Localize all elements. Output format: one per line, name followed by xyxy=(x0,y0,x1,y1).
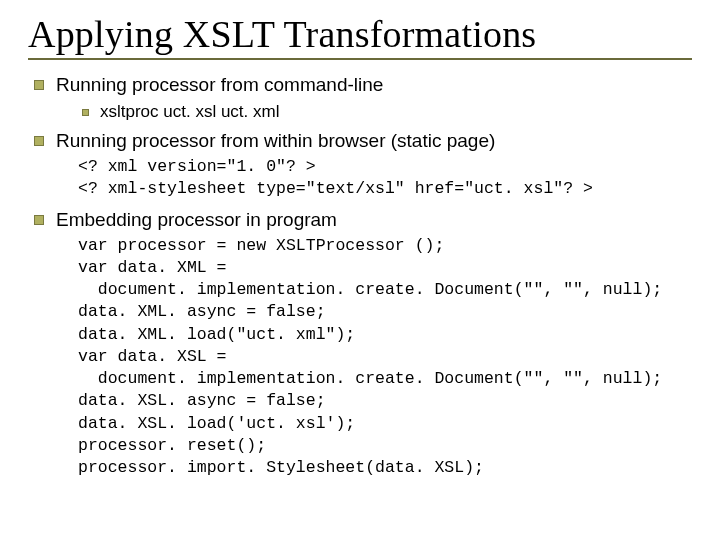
bullet-text: Embedding processor in program xyxy=(56,209,337,230)
code-line: <? xml-stylesheet type="text/xsl" href="… xyxy=(78,178,692,200)
sub-bullet-text: xsltproc uct. xsl uct. xml xyxy=(100,102,279,121)
bullet-item-embed: Embedding processor in program var proce… xyxy=(34,209,692,480)
code-line: document. implementation. create. Docume… xyxy=(78,279,692,301)
code-line: data. XML. load("uct. xml"); xyxy=(78,324,692,346)
bullet-text: Running processor from within browser (s… xyxy=(56,130,495,151)
code-line: data. XSL. load('uct. xsl'); xyxy=(78,413,692,435)
slide-title: Applying XSLT Transformations xyxy=(28,12,692,56)
code-line: processor. import. Stylesheet(data. XSL)… xyxy=(78,457,692,479)
sub-bullet-list: xsltproc uct. xsl uct. xml xyxy=(56,102,692,122)
bullet-item-browser: Running processor from within browser (s… xyxy=(34,130,692,201)
slide: Applying XSLT Transformations Running pr… xyxy=(0,0,720,540)
title-underline xyxy=(28,58,692,60)
bullet-text: Running processor from command-line xyxy=(56,74,383,95)
code-line: data. XML. async = false; xyxy=(78,301,692,323)
code-line: <? xml version="1. 0"? > xyxy=(78,156,692,178)
code-block-xml: <? xml version="1. 0"? > <? xml-styleshe… xyxy=(78,156,692,201)
sub-bullet-xsltproc: xsltproc uct. xsl uct. xml xyxy=(82,102,692,122)
bullet-list: Running processor from command-line xslt… xyxy=(28,74,692,479)
code-line: data. XSL. async = false; xyxy=(78,390,692,412)
code-line: var data. XML = xyxy=(78,257,692,279)
code-block-js: var processor = new XSLTProcessor (); va… xyxy=(78,235,692,480)
code-line: var processor = new XSLTProcessor (); xyxy=(78,235,692,257)
bullet-item-cmdline: Running processor from command-line xslt… xyxy=(34,74,692,122)
code-line: document. implementation. create. Docume… xyxy=(78,368,692,390)
code-line: var data. XSL = xyxy=(78,346,692,368)
code-line: processor. reset(); xyxy=(78,435,692,457)
